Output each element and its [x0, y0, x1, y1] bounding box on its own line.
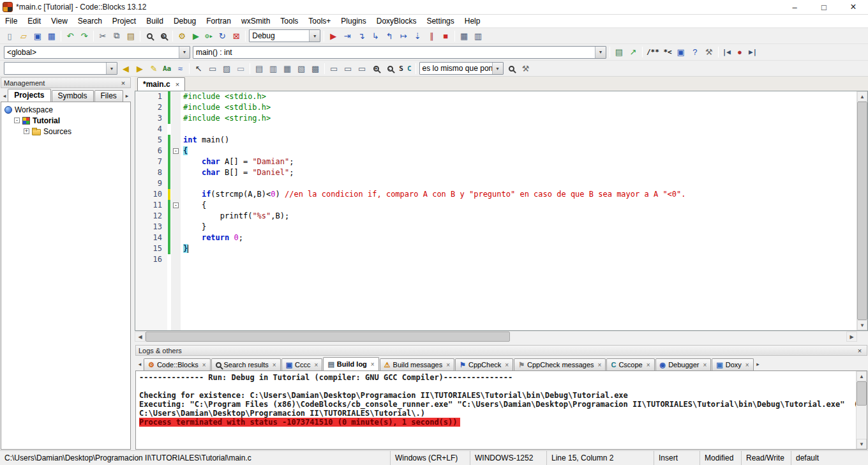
logs-vertical-scrollbar[interactable]: ▲ ▼: [856, 371, 867, 449]
menu-tools[interactable]: Tools: [275, 15, 303, 28]
code-line[interactable]: 2#include <stdlib.h>: [135, 102, 857, 113]
function-combo[interactable]: main() : int▾: [193, 46, 606, 59]
save-icon[interactable]: ▣: [31, 29, 45, 42]
frame-window-icon[interactable]: ▭: [206, 62, 220, 75]
menu-view[interactable]: View: [46, 15, 73, 28]
management-close-icon[interactable]: ×: [119, 79, 128, 87]
code-area[interactable]: 1#include <stdio.h>2#include <stdlib.h>3…: [135, 91, 857, 330]
logs-scroll-down-icon[interactable]: ▼: [857, 439, 867, 449]
stop-debugger-icon[interactable]: ■: [438, 29, 453, 42]
tree-item-tutorial[interactable]: -Tutorial: [1, 115, 130, 126]
new-file-icon[interactable]: ▯: [3, 29, 17, 42]
goto-implementation-icon[interactable]: ↗: [626, 46, 640, 59]
tab-close-icon[interactable]: ×: [647, 362, 650, 369]
next-instruction-icon[interactable]: ↦: [396, 29, 410, 42]
border-style-icon-3[interactable]: ▭: [355, 62, 369, 75]
code-line[interactable]: 11- {: [135, 200, 857, 211]
build-icon[interactable]: ⚙: [175, 29, 189, 42]
code-line[interactable]: 7 char A[] = "Damian";: [135, 156, 857, 167]
browse-back-icon[interactable]: |◀: [721, 46, 733, 59]
menu-wxsmith[interactable]: wxSmith: [236, 15, 275, 28]
code-line[interactable]: 16: [135, 254, 857, 265]
dropdown-arrow-icon[interactable]: ▾: [595, 47, 606, 58]
tab-close-icon[interactable]: ×: [202, 362, 206, 369]
code-line[interactable]: 6-{: [135, 146, 857, 156]
abort-build-icon[interactable]: ⊠: [229, 29, 243, 42]
editor-horizontal-scrollbar[interactable]: ◀ ▶ ▶: [135, 331, 868, 342]
menu-edit[interactable]: Edit: [22, 15, 46, 28]
doxy-block-comment-button[interactable]: /** *<: [645, 46, 674, 59]
doxy-extract-docs-icon[interactable]: ▣: [674, 46, 688, 59]
menu-build[interactable]: Build: [141, 15, 168, 28]
tab-close-icon[interactable]: ×: [703, 362, 707, 369]
tab-close-icon[interactable]: ×: [505, 362, 509, 369]
logs-tab-doxy[interactable]: ▣Doxy×: [712, 358, 753, 370]
code-line[interactable]: 3#include <string.h>: [135, 113, 857, 124]
management-tab-symbols[interactable]: Symbols: [52, 90, 94, 102]
menu-debug[interactable]: Debug: [168, 15, 201, 28]
tab-close-icon[interactable]: ×: [745, 362, 749, 369]
step-into-instruction-icon[interactable]: ⇣: [410, 29, 424, 42]
spell-checker-icon[interactable]: S: [397, 62, 405, 75]
scroll-right-icon[interactable]: ▶: [846, 332, 857, 342]
search-prev-icon[interactable]: ◀: [119, 62, 133, 75]
run-icon[interactable]: ▶: [189, 29, 203, 42]
code-line[interactable]: 9: [135, 178, 857, 189]
code-line[interactable]: 12 printf("%s",B);: [135, 211, 857, 222]
browse-forward-icon[interactable]: ▶|: [747, 46, 759, 59]
various-info-icon[interactable]: ▥: [471, 29, 485, 42]
menu-tools-[interactable]: Tools+: [303, 15, 336, 28]
tree-item-sources[interactable]: +Sources: [1, 126, 130, 137]
highlight-occurrences-icon[interactable]: ≈: [173, 62, 187, 75]
open-file-icon[interactable]: ▱: [17, 29, 31, 42]
code-line[interactable]: 10 if(strcmp(A,B)<0) //en la condicion i…: [135, 189, 857, 200]
rebuild-icon[interactable]: ↻: [215, 29, 229, 42]
doxy-settings-icon[interactable]: ⚒: [702, 46, 716, 59]
scope-combo[interactable]: <global>▾: [4, 46, 190, 59]
dropdown-arrow-icon[interactable]: ▾: [106, 63, 117, 74]
logs-tab-search-results[interactable]: Search results×: [211, 358, 281, 370]
code-line[interactable]: 1#include <stdio.h>: [135, 91, 857, 102]
highlight-toggle-icon[interactable]: ✎: [147, 62, 161, 75]
undo-icon[interactable]: ↶: [63, 29, 77, 42]
management-tab-projects[interactable]: Projects: [8, 89, 50, 102]
menu-doxyblocks[interactable]: DoxyBlocks: [371, 15, 422, 28]
menu-plugins[interactable]: Plugins: [336, 15, 371, 28]
step-into-icon[interactable]: ↳: [368, 29, 382, 42]
align-center-icon[interactable]: ▥: [266, 62, 280, 75]
scroll-down-icon[interactable]: ▼: [857, 320, 867, 330]
horizontal-scroll-thumb[interactable]: [146, 332, 510, 342]
redo-icon[interactable]: ↷: [77, 29, 91, 42]
menu-help[interactable]: Help: [460, 15, 486, 28]
maximize-button[interactable]: □: [809, 0, 839, 14]
align-left-icon[interactable]: ▤: [252, 62, 266, 75]
replace-icon[interactable]: a: [156, 29, 170, 42]
incremental-search-combo[interactable]: ▾: [4, 62, 117, 75]
search-next-icon[interactable]: ▶: [133, 62, 147, 75]
find-icon[interactable]: [142, 29, 156, 42]
editor-vertical-scrollbar[interactable]: ▲ ▼: [857, 91, 867, 330]
collapse-icon[interactable]: -: [14, 118, 20, 123]
pointer-tool-icon[interactable]: ↖: [191, 62, 206, 75]
close-button[interactable]: ×: [839, 0, 868, 14]
logs-tab-cscope[interactable]: CCscope×: [606, 358, 654, 370]
tab-close-icon[interactable]: ×: [371, 361, 375, 368]
browse-marker-icon[interactable]: ●: [733, 46, 747, 59]
paste-icon[interactable]: ▤: [124, 29, 138, 42]
tab-close-icon[interactable]: ×: [315, 362, 318, 369]
code-line[interactable]: 13 }: [135, 222, 857, 232]
border-style-icon-1[interactable]: ▭: [327, 62, 341, 75]
tab-close-icon[interactable]: ×: [273, 362, 276, 369]
dropdown-arrow-icon[interactable]: ▾: [309, 30, 320, 42]
border-style-icon-2[interactable]: ▭: [341, 62, 355, 75]
debug-continue-icon[interactable]: ▶: [326, 29, 340, 42]
build-and-run-icon[interactable]: ⚙▸: [203, 29, 215, 42]
menu-settings[interactable]: Settings: [421, 15, 459, 28]
symbols-browser-icon[interactable]: ▤: [612, 46, 626, 59]
copy-icon[interactable]: ⧉: [110, 29, 124, 42]
editor-tab-main-c[interactable]: *main.c ×: [137, 77, 185, 91]
management-tab-files[interactable]: Files: [94, 90, 123, 102]
logs-tab-build-log[interactable]: ▤Build log×: [323, 357, 378, 370]
doxy-help-icon[interactable]: ?: [688, 46, 702, 59]
match-case-icon[interactable]: Aa: [161, 62, 173, 75]
